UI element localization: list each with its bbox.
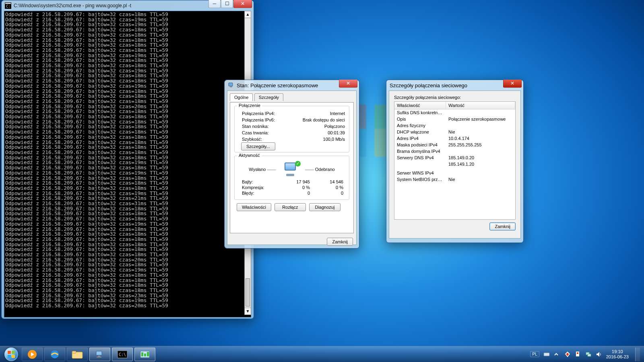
list-item[interactable]: Serwery DNS IPv4185.149.0.20 — [394, 154, 515, 161]
ipv4-label: Połączenia IPv4: — [242, 111, 275, 116]
close-button[interactable]: ✕ — [339, 80, 357, 88]
bytes-sent: 17 945 — [278, 179, 312, 184]
close-dialog-button[interactable]: Zamknij — [327, 238, 353, 246]
list-item[interactable]: OpisPołączenie szerokopasmowe — [394, 116, 515, 122]
network-tray-icon[interactable] — [585, 351, 592, 358]
value-cell: Nie — [446, 129, 515, 135]
bytes-recv: 14 546 — [312, 179, 345, 184]
list-item[interactable]: Sufiks DNS konkretneg... — [394, 109, 515, 116]
tab-general[interactable]: Ogólne — [230, 93, 253, 101]
svg-rect-16 — [141, 352, 143, 356]
details-titlebar[interactable]: Szczegóły połączenia sieciowego ✕ — [386, 80, 523, 90]
properties-button[interactable]: Właściwości — [237, 203, 271, 211]
start-button[interactable] — [2, 348, 20, 361]
col-property[interactable]: Właściwość — [394, 102, 446, 109]
list-item[interactable]: Maska podsieci IPv4255.255.255.255 — [394, 142, 515, 148]
property-cell: DHCP włączone — [394, 129, 446, 135]
show-desktop-button[interactable] — [635, 348, 640, 361]
property-cell: System NetBIOS przez T... — [394, 177, 446, 182]
taskbar-item-network[interactable] — [89, 348, 110, 361]
cmd-titlebar[interactable]: C: C:\Windows\system32\cmd.exe - ping ww… — [2, 0, 254, 11]
property-cell: Adres IPv4 — [394, 136, 446, 141]
taskbar-item-wmp[interactable] — [22, 348, 43, 361]
volume-icon[interactable] — [596, 351, 602, 358]
property-cell: Adres fizyczny — [394, 123, 446, 128]
network-details-dialog[interactable]: Szczegóły połączenia sieciowego ✕ Szczeg… — [386, 80, 524, 243]
svg-rect-19 — [544, 353, 549, 356]
group-connection-legend: Połączenie — [237, 103, 262, 108]
minimize-button[interactable]: ─ — [208, 0, 221, 8]
scroll-thumb[interactable] — [246, 278, 250, 306]
list-item[interactable]: Serwer WINS IPv4 — [394, 170, 515, 176]
taskbar-item-cmd[interactable]: C:\ — [112, 348, 133, 361]
taskbar-item-taskmgr[interactable] — [134, 348, 155, 361]
cmd-output[interactable]: Odpowiedź z 216.58.209.67: bajtów=32 cza… — [4, 11, 251, 317]
errors-recv: 0 — [312, 191, 345, 195]
close-button[interactable]: ✕ — [233, 0, 252, 8]
compression-recv: 0 % — [312, 185, 345, 190]
list-item[interactable]: System NetBIOS przez T...Nie — [394, 176, 515, 183]
connection-status-dialog[interactable]: Stan: Połączenie szerokopasmowe ✕ Ogólne… — [224, 80, 359, 249]
maximize-button[interactable]: ☐ — [221, 0, 233, 8]
property-cell — [394, 161, 446, 167]
svg-rect-4 — [230, 86, 232, 87]
property-cell: Serwery DNS IPv4 — [394, 155, 446, 160]
value-cell — [446, 110, 515, 115]
activity-icon: ✓ — [281, 162, 300, 177]
list-item[interactable]: Brama domyślna IPv4 — [394, 148, 515, 154]
action-center-icon[interactable] — [575, 351, 581, 358]
status-titlebar[interactable]: Stan: Połączenie szerokopasmowe ✕ — [225, 80, 359, 90]
value-cell: Nie — [446, 177, 515, 182]
property-cell: Serwer WINS IPv4 — [394, 170, 446, 176]
value-cell: Połączenie szerokopasmowe — [446, 116, 515, 122]
list-item[interactable]: 185.149.1.20 — [394, 161, 515, 167]
taskbar-item-explorer[interactable] — [67, 348, 88, 361]
language-indicator[interactable]: PL — [530, 351, 539, 357]
diagnose-button[interactable]: Diagnozuj — [309, 203, 341, 211]
start-orb-icon — [4, 348, 18, 361]
taskbar-item-ie[interactable] — [44, 348, 65, 361]
ipv4-value: Internet — [330, 111, 345, 116]
details-button[interactable]: Szczegóły... — [241, 142, 275, 150]
duration-label: Czas trwania: — [242, 130, 269, 135]
media-label: Stan nośnika: — [242, 124, 269, 129]
cmd-window[interactable]: C: C:\Windows\system32\cmd.exe - ping ww… — [1, 0, 254, 319]
svg-rect-18 — [147, 352, 149, 356]
details-heading: Szczegóły połączenia sieciowego: — [394, 95, 516, 100]
tray-chevron-icon[interactable] — [554, 351, 560, 358]
scroll-up-button[interactable]: ▲ — [245, 11, 251, 18]
value-cell: 255.255.255.255 — [446, 142, 515, 148]
sent-label: Wysłano — [249, 167, 266, 172]
tab-details[interactable]: Szczegóły — [254, 93, 283, 101]
list-item[interactable]: Adres fizyczny — [394, 122, 515, 129]
group-activity: Aktywność Wysłano —— ✓ —— Odebrano Bajty… — [234, 156, 349, 200]
close-button[interactable]: ✕ — [503, 80, 522, 88]
svg-rect-11 — [98, 356, 100, 357]
network-icon — [228, 82, 234, 88]
keyboard-icon[interactable] — [543, 351, 550, 358]
details-listview[interactable]: Właściwość Wartość Sufiks DNS konkretneg… — [394, 101, 516, 220]
list-item[interactable]: DHCP włączoneNie — [394, 129, 515, 135]
value-cell: 185.149.0.20 — [446, 155, 515, 160]
svg-rect-9 — [72, 351, 76, 353]
scroll-down-button[interactable]: ▼ — [245, 308, 251, 315]
svg-rect-17 — [144, 354, 146, 356]
disconnect-button[interactable]: Rozłącz — [275, 203, 306, 211]
svg-rect-1 — [5, 3, 11, 4]
security-alert-icon[interactable] — [564, 351, 571, 358]
listview-header[interactable]: Właściwość Wartość — [394, 102, 515, 109]
col-value[interactable]: Wartość — [446, 102, 515, 109]
received-label: Odebrano — [315, 167, 335, 172]
cmd-icon: C: — [5, 2, 11, 9]
close-dialog-button[interactable]: Zamknij — [489, 222, 516, 230]
details-title-text: Szczegóły połączenia sieciowego — [390, 82, 467, 88]
group-connection: Połączenie Połączenia IPv4:Internet Połą… — [234, 106, 349, 152]
list-item[interactable]: Adres IPv410.0.4.174 — [394, 135, 515, 142]
tray-clock[interactable]: 19:10 2016-06-23 — [606, 349, 629, 360]
cmd-title-text: C:\Windows\system32\cmd.exe - ping www.g… — [14, 3, 131, 8]
system-tray: PL 19:10 2016-06-23 — [530, 348, 642, 361]
speed-label: Szybkość: — [242, 137, 262, 142]
taskbar[interactable]: C:\ PL 19:10 2016-06-23 — [0, 346, 644, 362]
svg-marker-24 — [597, 352, 599, 357]
property-cell: Maska podsieci IPv4 — [394, 142, 446, 148]
